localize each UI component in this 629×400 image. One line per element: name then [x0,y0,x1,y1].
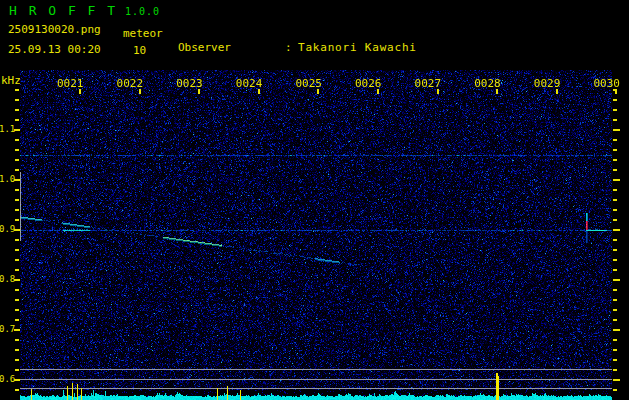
frequency-unit-label: kHz [1,74,21,87]
time-tick [496,89,498,94]
timestamp: 25.09.13 00:20 [8,43,101,56]
freq-tick [14,129,20,131]
freq-tick [15,259,19,261]
freq-tick [15,239,19,241]
freq-tick [15,169,19,171]
freq-tick-label: 1.0 [0,174,15,184]
freq-tick-right [613,219,617,221]
time-tick [139,89,141,94]
freq-tick-right [613,319,617,321]
spectrogram-canvas [20,70,612,400]
freq-tick-right [613,89,617,91]
freq-tick [15,339,19,341]
freq-tick-right [613,239,617,241]
app-title: H R O F F T [9,3,117,18]
freq-tick-right [613,389,617,391]
freq-tick-right [613,279,620,281]
freq-tick-right [613,199,617,201]
freq-tick [15,109,19,111]
freq-tick [15,349,19,351]
time-tick [556,89,558,94]
freq-tick-label: 0.9 [0,224,15,234]
time-tick [377,89,379,94]
freq-tick-right [613,299,617,301]
time-tick [258,89,260,94]
time-tick [437,89,439,94]
freq-tick [15,99,19,101]
freq-tick-right [613,99,617,101]
freq-tick-right [613,139,617,141]
freq-tick [15,209,19,211]
freq-tick-right [613,339,617,341]
freq-tick [15,159,19,161]
freq-tick-right [613,229,620,231]
time-tick [79,89,81,94]
hrofft-output-window: H R O F F T 1.0.0 2509130020.png meteor … [0,0,629,400]
freq-tick-right [613,189,617,191]
freq-tick-right [613,159,617,161]
freq-tick-right [613,129,620,131]
freq-tick [15,359,19,361]
freq-tick-right [613,369,617,371]
freq-tick [15,369,19,371]
freq-tick-right [613,179,620,181]
app-version: 1.0.0 [125,6,160,17]
info-value: Takanori Kawachi [298,41,417,54]
freq-tick [15,269,19,271]
freq-tick-right [613,329,620,331]
freq-tick-label: 1.1 [0,124,15,134]
freq-tick-right [613,249,617,251]
freq-tick [14,229,20,231]
freq-tick [15,119,19,121]
freq-tick-right [613,109,617,111]
freq-tick [15,309,19,311]
freq-tick-right [613,309,617,311]
time-tick [198,89,200,94]
freq-tick [14,179,20,181]
info-row-observer: ObserverTakanori Kawachi [178,41,565,54]
freq-tick [15,289,19,291]
freq-tick-right [613,379,620,381]
freq-tick [15,219,19,221]
freq-tick [15,299,19,301]
mode-label: meteor [123,27,163,40]
output-filename: 2509130020.png [8,23,101,36]
freq-tick [15,139,19,141]
freq-tick [14,329,20,331]
freq-tick [15,199,19,201]
freq-tick-right [613,259,617,261]
colon [285,41,298,54]
freq-tick-right [613,289,617,291]
freq-tick [15,189,19,191]
freq-tick [14,379,20,381]
freq-tick [15,89,19,91]
freq-tick-right [613,169,617,171]
freq-tick-label: 0.6 [0,374,15,384]
echo-count: 10 [133,44,146,57]
freq-tick [14,279,20,281]
freq-tick [15,149,19,151]
freq-tick [15,389,19,391]
freq-tick [15,319,19,321]
freq-tick [15,249,19,251]
freq-tick-right [613,349,617,351]
freq-tick-label: 0.7 [0,324,15,334]
freq-tick-label: 0.8 [0,274,15,284]
info-label: Observer [178,41,285,54]
time-tick [317,89,319,94]
freq-tick-right [613,269,617,271]
freq-tick-right [613,149,617,151]
freq-tick-right [613,359,617,361]
freq-tick-right [613,119,617,121]
freq-tick-right [613,209,617,211]
